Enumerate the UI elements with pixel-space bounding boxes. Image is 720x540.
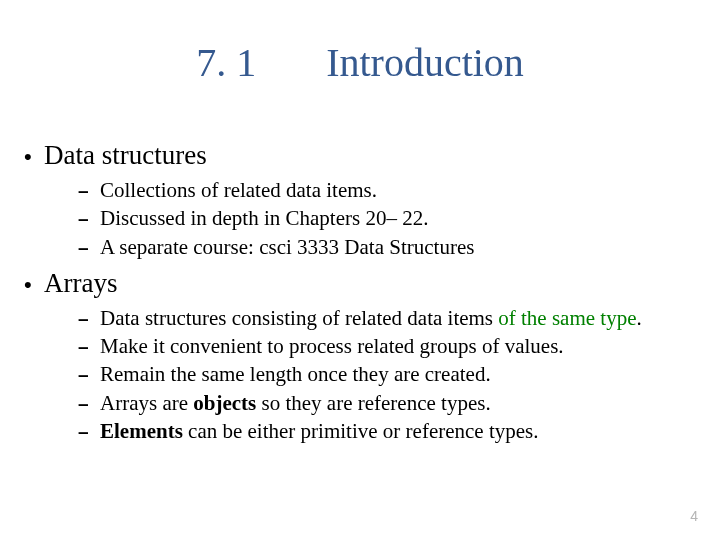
dash-icon: –: [78, 308, 100, 330]
level2-text: Collections of related data items.: [100, 177, 377, 203]
page-number: 4: [690, 508, 698, 524]
dash-icon: –: [78, 208, 100, 230]
title-text: Introduction: [326, 40, 524, 85]
dash-icon: –: [78, 364, 100, 386]
level2-group: –Collections of related data items.–Disc…: [78, 177, 696, 260]
level2-text: Arrays are objects so they are reference…: [100, 390, 491, 416]
level2-item: –Make it convenient to process related g…: [78, 333, 696, 359]
level2-text: Data structures consisting of related da…: [100, 305, 642, 331]
bullet-icon: •: [24, 272, 44, 298]
level1-text: Arrays: [44, 268, 117, 299]
level2-item: –Collections of related data items.: [78, 177, 696, 203]
dash-icon: –: [78, 336, 100, 358]
level2-item: –Elements can be either primitive or ref…: [78, 418, 696, 444]
level2-item: –Remain the same length once they are cr…: [78, 361, 696, 387]
level2-item: –Data structures consisting of related d…: [78, 305, 696, 331]
dash-icon: –: [78, 421, 100, 443]
level2-item: –A separate course: csci 3333 Data Struc…: [78, 234, 696, 260]
level2-text: Elements can be either primitive or refe…: [100, 418, 539, 444]
level2-item: –Arrays are objects so they are referenc…: [78, 390, 696, 416]
level2-group: –Data structures consisting of related d…: [78, 305, 696, 444]
slide-body: •Data structures–Collections of related …: [24, 140, 696, 452]
level2-item: –Discussed in depth in Chapters 20– 22.: [78, 205, 696, 231]
level1-text: Data structures: [44, 140, 207, 171]
level2-text: A separate course: csci 3333 Data Struct…: [100, 234, 474, 260]
level2-text: Make it convenient to process related gr…: [100, 333, 564, 359]
slide: 7. 1 Introduction •Data structures–Colle…: [0, 0, 720, 540]
slide-title: 7. 1 Introduction: [0, 42, 720, 84]
level1-item: •Data structures: [24, 140, 696, 171]
dash-icon: –: [78, 180, 100, 202]
dash-icon: –: [78, 393, 100, 415]
level1-item: •Arrays: [24, 268, 696, 299]
level2-text: Discussed in depth in Chapters 20– 22.: [100, 205, 428, 231]
title-number: 7. 1: [196, 40, 256, 85]
bullet-icon: •: [24, 144, 44, 170]
level2-text: Remain the same length once they are cre…: [100, 361, 491, 387]
dash-icon: –: [78, 237, 100, 259]
